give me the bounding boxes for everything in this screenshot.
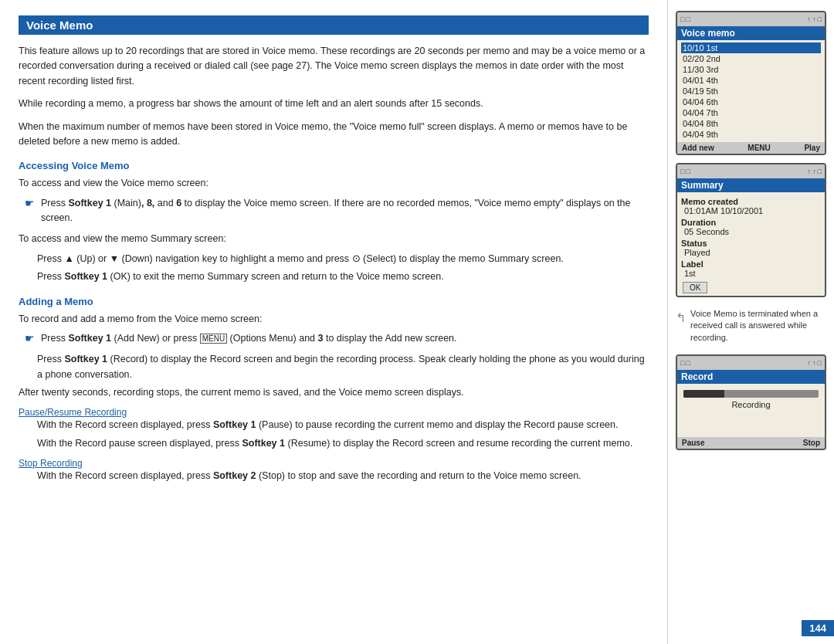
footer-play: Play [804, 144, 820, 152]
voice-memo-header: Voice memo [677, 26, 825, 40]
section-adding-heading: Adding a Memo [19, 296, 649, 307]
phone-top-bar-1: □□ ↑↑□ [677, 12, 825, 26]
voice-memo-item-5: 04/19 5th [681, 86, 821, 97]
bullet-icon: ☛ [25, 197, 35, 209]
phone-top-icons-3b: ↑↑□ [808, 359, 822, 367]
summary-memo-created-value: 01:01AM 10/10/2001 [684, 206, 821, 215]
pause-section: Pause/Resume Recording With the Record s… [19, 406, 649, 451]
voice-memo-item-2: 02/20 2nd [681, 53, 821, 64]
page-number: 144 [802, 620, 834, 636]
accessing-bullet1: ☛ Press Softkey 1 (Main), 8, and 6 to di… [25, 196, 649, 226]
voice-memo-item-7: 04/04 7th [681, 107, 821, 118]
record-footer: Pause Stop [677, 437, 825, 449]
adding-after-text: After twenty seconds, recording stops, t… [19, 385, 649, 400]
accessing-text1: To access and view the Voice memo screen… [19, 176, 649, 191]
phone-top-bar-2: □□ ↑↑□ [677, 164, 825, 178]
summary-body: Memo created 01:01AM 10/10/2001 Duration… [677, 192, 825, 296]
stop-text: With the Record screen displayed, press … [37, 469, 649, 483]
pause-title: Pause/Resume Recording [19, 407, 127, 418]
note-box: ↰ Voice Memo is terminated when a receiv… [676, 305, 826, 347]
phone-top-icons-1b: ↑↑□ [808, 15, 822, 23]
summary-status-value: Played [684, 248, 821, 257]
stop-title: Stop Recording [19, 458, 83, 469]
record-header: Record [677, 370, 825, 384]
record-label: Recording [681, 400, 821, 409]
phone-top-icons-3a: □□ [680, 359, 690, 367]
summary-label-value: 1st [684, 269, 821, 278]
voice-memo-item-6: 04/04 6th [681, 97, 821, 107]
accessing-text2: To access and view the memo Summary scre… [19, 232, 649, 246]
bullet-icon-2: ☛ [25, 332, 35, 344]
summary-label-label: Label [681, 259, 821, 269]
accessing-indent1: Press ▲ (Up) or ▼ (Down) navigation key … [37, 252, 649, 266]
record-progress-bar [683, 390, 819, 398]
summary-memo-created-label: Memo created [681, 197, 821, 206]
voice-memo-body: 10/10 1st 02/20 2nd 11/30 3rd 04/01 4th … [677, 40, 825, 142]
record-phone-screen: □□ ↑↑□ Record Recording Pause Stop [676, 354, 826, 450]
summary-phone-screen: □□ ↑↑□ Summary Memo created 01:01AM 10/1… [676, 163, 826, 297]
intro-p1: This feature allows up to 20 recordings … [19, 44, 649, 89]
voice-memo-item-9: 04/04 9th [681, 129, 821, 140]
summary-header: Summary [677, 178, 825, 192]
summary-duration-label: Duration [681, 218, 821, 227]
voice-memo-item-1: 10/10 1st [681, 42, 821, 53]
footer-menu: MENU [748, 144, 770, 152]
voice-memo-item-4: 04/01 4th [681, 75, 821, 86]
pause-text1: With the Record screen displayed, press … [37, 418, 649, 432]
stop-section: Stop Recording With the Record screen di… [19, 457, 649, 483]
note-icon: ↰ [676, 310, 686, 327]
intro-p2: While recording a memo, a progress bar s… [19, 97, 649, 111]
voice-memo-item-8: 04/04 8th [681, 118, 821, 129]
summary-ok-button[interactable]: OK [683, 282, 707, 293]
page-title: Voice Memo [19, 15, 649, 35]
adding-bullet1-text: Press Softkey 1 (Add New) or press MENU … [41, 331, 457, 346]
summary-status-label: Status [681, 239, 821, 248]
phone-top-icons-2a: □□ [680, 168, 690, 175]
pause-text2: With the Record pause screen displayed, … [37, 436, 649, 451]
sidebar: □□ ↑↑□ Voice memo 10/10 1st 02/20 2nd 11… [668, 0, 834, 644]
record-progress-fill [683, 390, 724, 398]
adding-indent1: Press Softkey 1 (Record) to display the … [37, 352, 649, 382]
phone-top-icons-1: □□ [680, 15, 690, 23]
intro-p3: When the maximum number of memos have be… [19, 120, 649, 150]
record-footer-stop: Stop [803, 439, 820, 447]
phone-top-bar-3: □□ ↑↑□ [677, 356, 825, 370]
accessing-bullet1-text: Press Softkey 1 (Main), 8, and 6 to disp… [41, 196, 649, 226]
voice-memo-phone-screen: □□ ↑↑□ Voice memo 10/10 1st 02/20 2nd 11… [676, 11, 826, 155]
record-footer-pause: Pause [682, 439, 704, 447]
adding-bullet1: ☛ Press Softkey 1 (Add New) or press MEN… [25, 331, 649, 346]
summary-duration-value: 05 Seconds [684, 227, 821, 236]
footer-addnew: Add new [682, 144, 714, 152]
voice-memo-footer: Add new MENU Play [677, 142, 825, 154]
voice-memo-item-3: 11/30 3rd [681, 64, 821, 75]
phone-top-icons-2b: ↑↑□ [808, 168, 822, 175]
section-accessing-heading: Accessing Voice Memo [19, 160, 649, 171]
accessing-indent2: Press Softkey 1 (OK) to exit the memo Su… [37, 269, 649, 284]
adding-text1: To record and add a memo from the Voice … [19, 312, 649, 327]
note-text: Voice Memo is terminated when a received… [690, 308, 826, 344]
record-body: Recording [677, 384, 825, 437]
